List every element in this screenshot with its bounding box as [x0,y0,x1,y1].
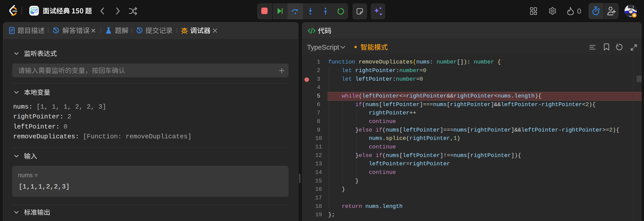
svg-text:TOP: TOP [32,9,37,12]
